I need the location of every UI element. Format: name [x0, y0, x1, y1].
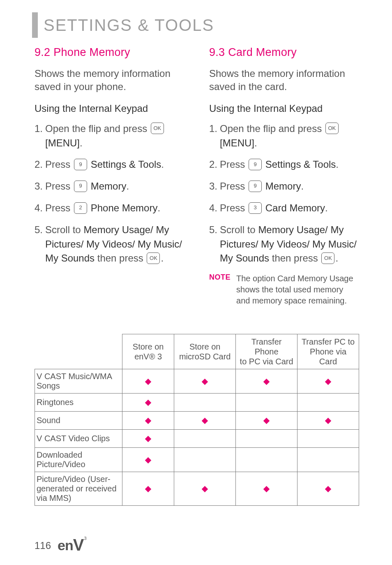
- step-number: 2.: [209, 157, 218, 172]
- title-accent-bar: [32, 12, 38, 38]
- nine-key-icon: 9: [74, 159, 87, 170]
- th-line: Phone via Card: [310, 347, 346, 366]
- table-cell: [174, 394, 236, 412]
- step-text: Press: [45, 202, 70, 213]
- step-text: Open the flip and press: [45, 123, 147, 134]
- list-item: 1. Open the flip and press OK [MENU].: [209, 122, 359, 151]
- capability-table: Store on enV® 3 Store on microSD Card Tr…: [35, 334, 359, 506]
- table-cell: [236, 369, 297, 394]
- diamond-icon: [145, 378, 152, 385]
- subheading: Using the Internal Keypad: [209, 103, 359, 114]
- step-text: Press: [45, 181, 70, 192]
- table-cell: [174, 369, 236, 394]
- table-cell: [122, 394, 174, 412]
- table-row: V CAST Video Clips: [35, 430, 359, 448]
- diamond-icon: [263, 486, 270, 493]
- step-text: Press: [45, 159, 70, 170]
- section-heading-phone-memory: 9.2 Phone Memory: [35, 46, 184, 59]
- subheading: Using the Internal Keypad: [35, 103, 184, 114]
- diamond-icon: [263, 418, 270, 424]
- step-bold: Card Memory: [265, 202, 325, 213]
- step-text: Press: [220, 181, 245, 192]
- table-row: Sound: [35, 412, 359, 430]
- brand-letter: V: [73, 538, 84, 551]
- step-text: Press: [220, 202, 245, 213]
- diamond-icon: [325, 486, 332, 493]
- table-cell: [122, 412, 174, 430]
- step-number: 5.: [209, 223, 218, 266]
- list-item: 4. Press 3 Card Memory.: [209, 201, 359, 215]
- step-text: Open the flip and press: [220, 123, 322, 134]
- ok-key-icon: OK: [147, 252, 160, 264]
- step-list: 1. Open the flip and press OK [MENU]. 2.…: [209, 122, 359, 266]
- step-text: then press: [97, 252, 143, 264]
- nine-key-icon: 9: [74, 181, 87, 192]
- table-row: V CAST Music/WMA Songs: [35, 369, 359, 394]
- diamond-icon: [145, 457, 152, 463]
- step-number: 4.: [209, 201, 218, 215]
- step-bold: Settings & Tools: [91, 159, 161, 170]
- diamond-icon: [263, 378, 270, 385]
- step-text: Press: [220, 159, 245, 170]
- list-item: 4. Press 2 Phone Memory.: [35, 201, 184, 215]
- intro-text: Shows the memory information saved in th…: [209, 67, 359, 94]
- table-cell: [174, 412, 236, 430]
- table-row: Ringtones: [35, 394, 359, 412]
- table-header: Store on microSD Card: [174, 334, 236, 369]
- page-number: 116: [35, 540, 51, 551]
- table-header: Transfer PC to Phone via Card: [297, 334, 359, 369]
- th-line: microSD Card: [179, 352, 231, 361]
- step-number: 2.: [35, 157, 44, 172]
- note-label: NOTE: [209, 273, 231, 306]
- list-item: 5. Scroll to Memory Usage/ My Pictures/ …: [209, 223, 359, 266]
- intro-text: Shows the memory information saved in yo…: [35, 67, 184, 94]
- table-cell: [236, 394, 297, 412]
- left-column: 9.2 Phone Memory Shows the memory inform…: [35, 46, 184, 306]
- row-label: Ringtones: [35, 394, 122, 412]
- brand-letter: e: [58, 537, 65, 553]
- th-line: Store on: [133, 342, 164, 351]
- th-line: enV® 3: [134, 352, 162, 361]
- step-text: Scroll to: [45, 224, 81, 235]
- step-number: 1.: [209, 122, 218, 151]
- note-block: NOTE The option Card Memory Usage shows …: [209, 273, 359, 306]
- table-header: Transfer Phone to PC via Card: [236, 334, 297, 369]
- step-number: 1.: [35, 122, 44, 151]
- row-label: Sound: [35, 412, 122, 430]
- nine-key-icon: 9: [249, 159, 262, 170]
- table-cell: [122, 472, 174, 506]
- table-cell: [297, 412, 359, 430]
- step-number: 3.: [35, 179, 44, 194]
- ok-key-icon: OK: [325, 123, 339, 134]
- diamond-icon: [145, 436, 152, 442]
- diamond-icon: [325, 418, 332, 424]
- ok-key-icon: OK: [321, 252, 334, 264]
- diamond-icon: [202, 486, 208, 493]
- brand-sup: 3: [84, 536, 86, 541]
- step-bold: Settings & Tools: [265, 159, 336, 170]
- row-label: V CAST Video Clips: [35, 430, 122, 448]
- table-cell: [174, 472, 236, 506]
- step-number: 5.: [35, 223, 44, 266]
- table-cell: [297, 472, 359, 506]
- ok-key-icon: OK: [151, 123, 164, 134]
- table-cell: [236, 412, 297, 430]
- th-line: to PC via Card: [240, 357, 293, 366]
- table-cell: [122, 369, 174, 394]
- nine-key-icon: 9: [249, 181, 262, 192]
- step-bold: Memory: [91, 181, 127, 192]
- two-key-icon: 2: [74, 202, 87, 214]
- step-bold: Memory: [265, 181, 301, 192]
- diamond-icon: [325, 378, 332, 385]
- brand-logo: enV3: [58, 537, 86, 553]
- table-cell: [236, 448, 297, 472]
- th-line: Transfer Phone: [251, 337, 282, 356]
- page-title: SETTINGS & TOOLS: [44, 16, 214, 35]
- page-header: SETTINGS & TOOLS: [32, 12, 214, 38]
- th-line: Transfer PC to: [302, 337, 355, 346]
- list-item: 5. Scroll to Memory Usage/ My Pictures/ …: [35, 223, 184, 266]
- diamond-icon: [145, 418, 152, 424]
- diamond-icon: [202, 418, 208, 424]
- list-item: 2. Press 9 Settings & Tools.: [209, 157, 359, 172]
- th-line: Store on: [189, 342, 221, 351]
